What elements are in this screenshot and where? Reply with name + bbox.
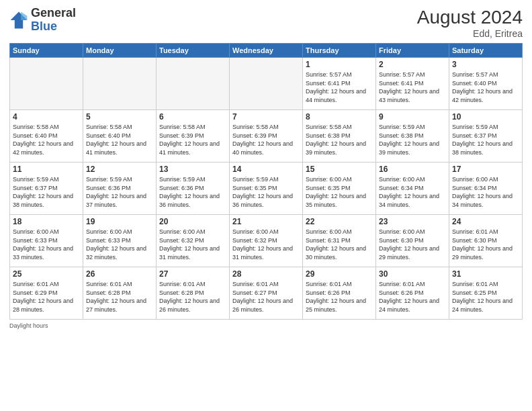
- day-number: 8: [306, 112, 373, 122]
- day-number: 10: [452, 112, 519, 122]
- calendar-cell: 26Sunrise: 6:01 AM Sunset: 6:28 PM Dayli…: [83, 267, 157, 320]
- day-number: 18: [13, 217, 80, 226]
- calendar-header: SundayMondayTuesdayWednesdayThursdayFrid…: [10, 44, 523, 58]
- day-info: Sunrise: 6:01 AM Sunset: 6:28 PM Dayligh…: [86, 280, 153, 314]
- day-info: Sunrise: 6:01 AM Sunset: 6:26 PM Dayligh…: [379, 280, 446, 314]
- day-info: Sunrise: 5:58 AM Sunset: 6:38 PM Dayligh…: [306, 123, 373, 156]
- day-number: 31: [452, 269, 519, 279]
- day-number: 21: [232, 217, 300, 226]
- header: General Blue August 2024 Edd, Eritrea: [9, 7, 523, 39]
- day-info: Sunrise: 6:01 AM Sunset: 6:28 PM Dayligh…: [159, 280, 226, 314]
- day-info: Sunrise: 5:57 AM Sunset: 6:41 PM Dayligh…: [379, 71, 446, 104]
- week-row-1: 1Sunrise: 5:57 AM Sunset: 6:41 PM Daylig…: [10, 58, 523, 110]
- week-row-2: 4Sunrise: 5:58 AM Sunset: 6:40 PM Daylig…: [10, 110, 523, 163]
- day-info: Sunrise: 6:00 AM Sunset: 6:33 PM Dayligh…: [86, 228, 153, 261]
- day-info: Sunrise: 5:58 AM Sunset: 6:39 PM Dayligh…: [232, 123, 300, 156]
- footer-note: Daylight hours: [9, 322, 523, 329]
- day-info: Sunrise: 6:01 AM Sunset: 6:30 PM Dayligh…: [452, 228, 519, 261]
- calendar-cell: [10, 58, 83, 110]
- calendar-cell: 10Sunrise: 5:59 AM Sunset: 6:37 PM Dayli…: [449, 110, 523, 163]
- day-info: Sunrise: 5:59 AM Sunset: 6:35 PM Dayligh…: [232, 175, 300, 209]
- day-info: Sunrise: 6:00 AM Sunset: 6:32 PM Dayligh…: [159, 228, 226, 261]
- day-number: 2: [379, 60, 446, 69]
- logo-icon: [9, 11, 28, 30]
- day-info: Sunrise: 5:59 AM Sunset: 6:37 PM Dayligh…: [452, 123, 519, 156]
- calendar-cell: 11Sunrise: 5:59 AM Sunset: 6:37 PM Dayli…: [10, 163, 83, 215]
- day-number: 1: [306, 60, 373, 69]
- weekday-header-wednesday: Wednesday: [230, 44, 303, 58]
- calendar-cell: 31Sunrise: 6:01 AM Sunset: 6:25 PM Dayli…: [449, 267, 523, 320]
- calendar-cell: 5Sunrise: 5:58 AM Sunset: 6:40 PM Daylig…: [83, 110, 157, 163]
- day-number: 22: [306, 217, 373, 226]
- calendar-cell: 12Sunrise: 5:59 AM Sunset: 6:36 PM Dayli…: [83, 163, 157, 215]
- day-info: Sunrise: 6:00 AM Sunset: 6:34 PM Dayligh…: [379, 175, 446, 209]
- day-number: 24: [452, 217, 519, 226]
- month-year: August 2024: [417, 7, 523, 28]
- day-info: Sunrise: 6:00 AM Sunset: 6:31 PM Dayligh…: [306, 228, 373, 261]
- day-number: 7: [232, 112, 300, 122]
- day-info: Sunrise: 6:01 AM Sunset: 6:29 PM Dayligh…: [13, 280, 80, 314]
- calendar-cell: 8Sunrise: 5:58 AM Sunset: 6:38 PM Daylig…: [303, 110, 376, 163]
- calendar-cell: 14Sunrise: 5:59 AM Sunset: 6:35 PM Dayli…: [230, 163, 303, 215]
- calendar-cell: 23Sunrise: 6:00 AM Sunset: 6:30 PM Dayli…: [376, 215, 449, 267]
- day-info: Sunrise: 5:59 AM Sunset: 6:37 PM Dayligh…: [13, 175, 80, 209]
- day-info: Sunrise: 6:00 AM Sunset: 6:34 PM Dayligh…: [452, 175, 519, 209]
- calendar-cell: 16Sunrise: 6:00 AM Sunset: 6:34 PM Dayli…: [376, 163, 449, 215]
- day-info: Sunrise: 6:01 AM Sunset: 6:27 PM Dayligh…: [232, 280, 300, 314]
- weekday-header-friday: Friday: [376, 44, 449, 58]
- day-number: 16: [379, 165, 446, 174]
- day-number: 27: [159, 269, 226, 279]
- calendar-cell: 6Sunrise: 5:58 AM Sunset: 6:39 PM Daylig…: [157, 110, 230, 163]
- calendar-body: 1Sunrise: 5:57 AM Sunset: 6:41 PM Daylig…: [10, 58, 523, 320]
- location: Edd, Eritrea: [417, 28, 523, 39]
- calendar-cell: 28Sunrise: 6:01 AM Sunset: 6:27 PM Dayli…: [230, 267, 303, 320]
- calendar-page: General Blue August 2024 Edd, Eritrea Su…: [0, 0, 532, 411]
- day-info: Sunrise: 5:59 AM Sunset: 6:36 PM Dayligh…: [86, 175, 153, 209]
- calendar-cell: [157, 58, 230, 110]
- calendar-cell: 9Sunrise: 5:59 AM Sunset: 6:38 PM Daylig…: [376, 110, 449, 163]
- logo-general-text: General: [31, 6, 76, 19]
- day-number: 4: [13, 112, 80, 122]
- calendar-cell: 4Sunrise: 5:58 AM Sunset: 6:40 PM Daylig…: [10, 110, 83, 163]
- calendar-cell: 15Sunrise: 6:00 AM Sunset: 6:35 PM Dayli…: [303, 163, 376, 215]
- day-info: Sunrise: 5:58 AM Sunset: 6:39 PM Dayligh…: [159, 123, 226, 156]
- calendar-cell: [83, 58, 157, 110]
- calendar-cell: [230, 58, 303, 110]
- day-info: Sunrise: 5:57 AM Sunset: 6:40 PM Dayligh…: [452, 71, 519, 104]
- day-info: Sunrise: 5:58 AM Sunset: 6:40 PM Dayligh…: [13, 123, 80, 156]
- title-block: August 2024 Edd, Eritrea: [417, 7, 523, 39]
- weekday-header-monday: Monday: [83, 44, 157, 58]
- day-number: 17: [452, 165, 519, 174]
- logo-blue-text: Blue: [31, 19, 57, 33]
- logo-text: General Blue: [31, 7, 76, 34]
- day-number: 13: [159, 165, 226, 174]
- day-number: 20: [159, 217, 226, 226]
- calendar-cell: 18Sunrise: 6:00 AM Sunset: 6:33 PM Dayli…: [10, 215, 83, 267]
- weekday-header-thursday: Thursday: [303, 44, 376, 58]
- day-info: Sunrise: 6:00 AM Sunset: 6:33 PM Dayligh…: [13, 228, 80, 261]
- day-info: Sunrise: 5:59 AM Sunset: 6:36 PM Dayligh…: [159, 175, 226, 209]
- weekday-header-saturday: Saturday: [449, 44, 523, 58]
- calendar-cell: 20Sunrise: 6:00 AM Sunset: 6:32 PM Dayli…: [157, 215, 230, 267]
- week-row-3: 11Sunrise: 5:59 AM Sunset: 6:37 PM Dayli…: [10, 163, 523, 215]
- calendar-cell: 27Sunrise: 6:01 AM Sunset: 6:28 PM Dayli…: [157, 267, 230, 320]
- day-number: 12: [86, 165, 153, 174]
- calendar-cell: 24Sunrise: 6:01 AM Sunset: 6:30 PM Dayli…: [449, 215, 523, 267]
- day-info: Sunrise: 5:57 AM Sunset: 6:41 PM Dayligh…: [306, 71, 373, 104]
- weekday-row: SundayMondayTuesdayWednesdayThursdayFrid…: [10, 44, 523, 58]
- calendar-cell: 25Sunrise: 6:01 AM Sunset: 6:29 PM Dayli…: [10, 267, 83, 320]
- logo: General Blue: [9, 7, 76, 34]
- calendar-cell: 17Sunrise: 6:00 AM Sunset: 6:34 PM Dayli…: [449, 163, 523, 215]
- day-number: 26: [86, 269, 153, 279]
- calendar-table: SundayMondayTuesdayWednesdayThursdayFrid…: [9, 43, 523, 320]
- day-number: 30: [379, 269, 446, 279]
- day-number: 3: [452, 60, 519, 69]
- day-number: 23: [379, 217, 446, 226]
- day-number: 14: [232, 165, 300, 174]
- calendar-cell: 2Sunrise: 5:57 AM Sunset: 6:41 PM Daylig…: [376, 58, 449, 110]
- day-number: 29: [306, 269, 373, 279]
- week-row-5: 25Sunrise: 6:01 AM Sunset: 6:29 PM Dayli…: [10, 267, 523, 320]
- day-number: 19: [86, 217, 153, 226]
- day-info: Sunrise: 6:01 AM Sunset: 6:26 PM Dayligh…: [306, 280, 373, 314]
- day-info: Sunrise: 5:58 AM Sunset: 6:40 PM Dayligh…: [86, 123, 153, 156]
